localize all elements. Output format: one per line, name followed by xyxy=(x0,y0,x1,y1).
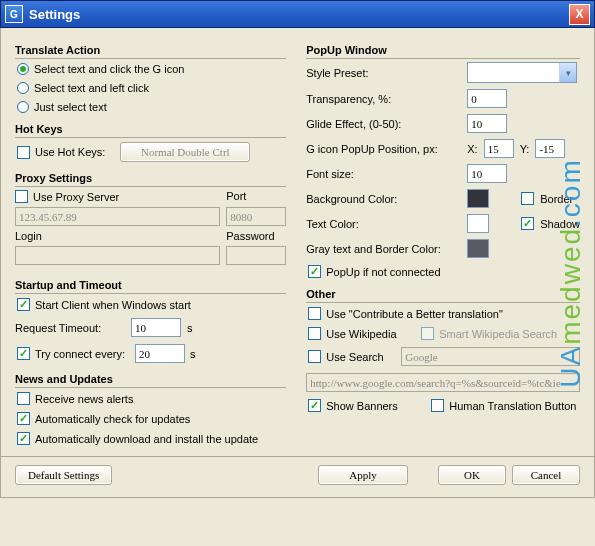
request-timeout-label: Request Timeout: xyxy=(15,322,125,334)
radio-icon xyxy=(17,63,29,75)
shadow-label: Shadow xyxy=(540,218,580,230)
checkbox-use-proxy[interactable] xyxy=(15,190,28,203)
contribute-label: Use "Contribute a Better translation" xyxy=(326,308,503,320)
checkbox-show-banners[interactable] xyxy=(308,399,321,412)
auto-download-label: Automatically download and install the u… xyxy=(35,433,258,445)
startup-heading: Startup and Timeout xyxy=(15,279,286,291)
seconds-label: s xyxy=(190,348,196,360)
hotkeys-heading: Hot Keys xyxy=(15,123,286,135)
password-label: Password xyxy=(226,230,286,242)
radio-label: Select text and click the G icon xyxy=(34,63,184,75)
radio-label: Just select text xyxy=(34,101,107,113)
checkbox-smart-wiki xyxy=(421,327,434,340)
glide-input[interactable] xyxy=(467,114,507,133)
checkbox-check-updates[interactable] xyxy=(17,412,30,425)
proxy-host-input[interactable] xyxy=(15,207,220,226)
text-color-label: Text Color: xyxy=(306,218,461,230)
checkbox-popup-not-connected[interactable] xyxy=(308,265,321,278)
cancel-button[interactable]: Cancel xyxy=(512,465,580,485)
radio-just-select[interactable]: Just select text xyxy=(17,101,286,113)
checkbox-use-search[interactable] xyxy=(308,350,321,363)
checkbox-try-connect[interactable] xyxy=(17,347,30,360)
apply-button[interactable]: Apply xyxy=(318,465,408,485)
default-settings-button[interactable]: Default Settings xyxy=(15,465,112,485)
human-translation-label: Human Translation Button xyxy=(449,400,576,412)
check-updates-label: Automatically check for updates xyxy=(35,413,190,425)
start-client-label: Start Client when Windows start xyxy=(35,299,191,311)
style-preset-select[interactable]: ▾ xyxy=(467,62,577,83)
transparency-label: Transparency, %: xyxy=(306,93,461,105)
seconds-label: s xyxy=(187,322,193,334)
hotkeys-button[interactable]: Normal Double Ctrl xyxy=(120,142,250,162)
popup-heading: PopUp Window xyxy=(306,44,580,56)
port-label: Port xyxy=(226,190,286,203)
receive-news-label: Receive news alerts xyxy=(35,393,133,405)
use-search-label: Use Search xyxy=(326,351,396,363)
login-label: Login xyxy=(15,230,220,242)
search-url-input[interactable] xyxy=(306,373,580,392)
radio-label: Select text and left click xyxy=(34,82,149,94)
gicon-x-input[interactable] xyxy=(484,139,514,158)
request-timeout-input[interactable] xyxy=(131,318,181,337)
use-hotkeys-label: Use Hot Keys: xyxy=(35,146,105,158)
proxy-heading: Proxy Settings xyxy=(15,172,286,184)
window-title: Settings xyxy=(29,7,569,22)
style-preset-label: Style Preset: xyxy=(306,67,461,79)
radio-select-click-g[interactable]: Select text and click the G icon xyxy=(17,63,286,75)
checkbox-auto-download[interactable] xyxy=(17,432,30,445)
right-column: PopUp Window Style Preset: ▾ Transparenc… xyxy=(306,38,580,452)
checkbox-receive-news[interactable] xyxy=(17,392,30,405)
bg-color-label: Background Color: xyxy=(306,193,461,205)
search-engine-input[interactable] xyxy=(401,347,580,366)
try-connect-label: Try connect every: xyxy=(35,348,130,360)
chevron-down-icon: ▾ xyxy=(559,63,576,82)
border-label: Border xyxy=(540,193,573,205)
radio-select-left-click[interactable]: Select text and left click xyxy=(17,82,286,94)
close-button[interactable]: X xyxy=(569,4,590,25)
popup-not-connected-label: PopUp if not connected xyxy=(326,266,440,278)
proxy-password-input[interactable] xyxy=(226,246,286,265)
checkbox-wikipedia[interactable] xyxy=(308,327,321,340)
smart-wiki-label: Smart Wikipedia Search xyxy=(439,328,557,340)
checkbox-shadow[interactable] xyxy=(521,217,534,230)
proxy-login-input[interactable] xyxy=(15,246,220,265)
checkbox-human-translation[interactable] xyxy=(431,399,444,412)
text-color-swatch[interactable] xyxy=(467,214,489,233)
proxy-port-input[interactable] xyxy=(226,207,286,226)
wikipedia-label: Use Wikipedia xyxy=(326,328,416,340)
titlebar: G Settings X xyxy=(0,0,595,28)
radio-icon xyxy=(17,82,29,94)
news-heading: News and Updates xyxy=(15,373,286,385)
other-heading: Other xyxy=(306,288,580,300)
radio-icon xyxy=(17,101,29,113)
left-column: Translate Action Select text and click t… xyxy=(15,38,286,452)
font-size-input[interactable] xyxy=(467,164,507,183)
gray-color-label: Gray text and Border Color: xyxy=(306,243,461,255)
font-size-label: Font size: xyxy=(306,168,461,180)
checkbox-border[interactable] xyxy=(521,192,534,205)
app-icon: G xyxy=(5,5,23,23)
gray-color-swatch[interactable] xyxy=(467,239,489,258)
use-proxy-label: Use Proxy Server xyxy=(33,191,119,203)
translate-heading: Translate Action xyxy=(15,44,286,56)
glide-label: Glide Effect, (0-50): xyxy=(306,118,461,130)
gicon-y-input[interactable] xyxy=(535,139,565,158)
ok-button[interactable]: OK xyxy=(438,465,506,485)
y-label: Y: xyxy=(520,143,530,155)
checkbox-start-client[interactable] xyxy=(17,298,30,311)
show-banners-label: Show Banners xyxy=(326,400,426,412)
checkbox-contribute[interactable] xyxy=(308,307,321,320)
bg-color-swatch[interactable] xyxy=(467,189,489,208)
gicon-pos-label: G icon PopUp Position, px: xyxy=(306,143,461,155)
x-label: X: xyxy=(467,143,477,155)
checkbox-use-hotkeys[interactable] xyxy=(17,146,30,159)
try-connect-input[interactable] xyxy=(135,344,185,363)
transparency-input[interactable] xyxy=(467,89,507,108)
